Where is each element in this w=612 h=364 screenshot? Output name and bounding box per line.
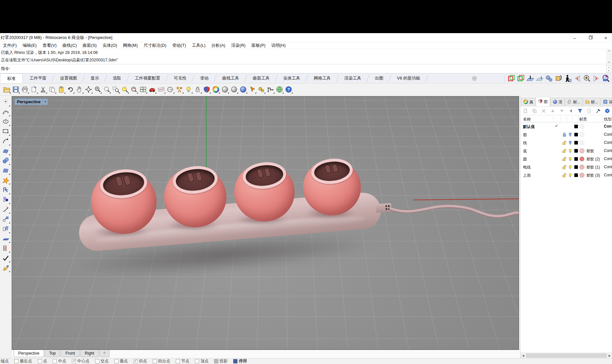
osnap-垂点[interactable]: 垂点	[114, 358, 128, 364]
panel-tab-材[interactable]: 材...	[565, 98, 582, 106]
scroll-up-icon[interactable]: ▲	[608, 49, 610, 52]
osnap-checkbox[interactable]	[38, 359, 42, 363]
spin-down-icon[interactable]: ▼	[606, 69, 611, 72]
material-color-circle[interactable]	[580, 124, 584, 129]
ribbon-tab-渲染工具[interactable]: 渲染工具	[338, 73, 368, 83]
flip-right-icon[interactable]	[592, 74, 601, 83]
menu-item-12[interactable]: 渲染(R)	[228, 43, 249, 48]
ribbon-tab-标准[interactable]: 标准	[0, 73, 23, 83]
sphere-grid-button[interactable]	[229, 85, 238, 94]
scrollbar-thumb[interactable]	[526, 354, 606, 358]
bulb-blue-icon[interactable]	[568, 140, 573, 145]
move-button[interactable]	[1, 214, 10, 224]
spin-up-icon[interactable]: ▲	[606, 66, 611, 69]
material-color-circle[interactable]	[580, 140, 584, 145]
print-button[interactable]	[20, 85, 29, 94]
osnap-顶点[interactable]: 顶点	[195, 358, 209, 364]
lock-open-icon[interactable]	[562, 140, 567, 145]
sphere-blue-button[interactable]	[238, 85, 248, 94]
viewport-canvas[interactable]: Perspective ▼	[12, 96, 519, 350]
viewport-tab-right[interactable]: Right	[80, 350, 99, 357]
lock-button[interactable]	[193, 85, 202, 94]
material-color-circle[interactable]	[580, 132, 584, 137]
osnap-停用[interactable]: 停用	[233, 358, 247, 364]
material-color-circle[interactable]	[580, 157, 584, 161]
menu-item-7[interactable]: 网格(M)	[120, 43, 141, 48]
pen-button[interactable]	[1, 263, 10, 272]
bulb-yellow-icon[interactable]	[568, 157, 573, 161]
lock-open-icon[interactable]	[562, 165, 567, 169]
command-history[interactable]: 已载入 Rhino 渲染，版本 1.50, Apr 28 2019, 16:14…	[0, 49, 606, 64]
osnap-端点[interactable]: 端点	[1, 358, 9, 364]
layer-color-swatch[interactable]	[574, 141, 578, 144]
osnap-点[interactable]: 点	[38, 358, 47, 364]
surface-button[interactable]	[1, 146, 10, 156]
layer-row-图[interactable]: 图Cont	[520, 131, 612, 139]
menu-item-3[interactable]: 查看(V)	[40, 43, 59, 48]
layer-color-swatch[interactable]	[574, 173, 578, 177]
options-gear-icon[interactable]	[470, 74, 479, 83]
mesh-button[interactable]	[1, 165, 10, 175]
viewport-tab-perspective[interactable]: Perspective	[14, 350, 44, 357]
open-folder-button[interactable]	[2, 85, 11, 94]
osnap-checkbox[interactable]	[176, 359, 180, 363]
spheres-button[interactable]	[1, 156, 10, 165]
lightbulb-button[interactable]	[184, 85, 193, 94]
extrude-button[interactable]	[1, 233, 10, 243]
paste-button[interactable]	[57, 85, 66, 94]
menu-item-2[interactable]: 编辑(E)	[20, 43, 40, 48]
panel-tab-属[interactable]: 属	[521, 98, 535, 106]
viewport-tab-top[interactable]: Top	[45, 350, 60, 357]
rotate-cube-red-icon[interactable]	[507, 74, 516, 83]
zoom-search-icon[interactable]	[601, 74, 610, 83]
move-left-icon[interactable]	[567, 107, 575, 114]
gears-blue-icon[interactable]	[545, 74, 554, 83]
viewport-tab-front[interactable]: Front	[61, 350, 79, 357]
ribbon-tab-工作平面[interactable]: 工作平面	[23, 73, 53, 83]
layer-row-电线[interactable]: 电线塑胶 (1)Cont	[520, 163, 612, 171]
sublayer-icon[interactable]	[585, 107, 593, 114]
ellipse-button[interactable]	[1, 117, 10, 126]
ribbon-tab-曲面工具[interactable]: 曲面工具	[246, 73, 276, 83]
minimize-icon[interactable]: –	[571, 34, 578, 41]
layer-color-swatch[interactable]	[574, 149, 578, 153]
osnap-checkbox[interactable]	[134, 359, 138, 363]
control-curve-button[interactable]	[1, 107, 10, 117]
shield-button[interactable]	[202, 85, 211, 94]
ribbon-tab-可见性[interactable]: 可见性	[167, 73, 193, 83]
zoom-window-button[interactable]	[111, 85, 120, 94]
explode-button[interactable]	[1, 175, 10, 185]
lock-open-icon[interactable]	[562, 157, 567, 161]
panel-hscrollbar[interactable]: ◀ ▶	[520, 353, 612, 358]
copy-rotate-button[interactable]	[1, 224, 10, 233]
osnap-中心点[interactable]: 中心点	[72, 358, 90, 364]
bulb-yellow-icon[interactable]	[568, 173, 573, 178]
lock-locked-icon[interactable]	[562, 132, 567, 137]
measure-button[interactable]	[157, 85, 166, 94]
command-prompt[interactable]: 指令: ▲ ▼	[0, 64, 612, 73]
point-button[interactable]	[1, 97, 10, 107]
history-path-button[interactable]	[266, 85, 275, 94]
restore-icon[interactable]	[587, 34, 594, 41]
panel-tab-图[interactable]: 图	[536, 97, 550, 106]
zoom-extents-button[interactable]	[102, 85, 111, 94]
scroll-right-icon[interactable]: ▶	[607, 353, 612, 358]
rectangle-button[interactable]	[1, 126, 10, 136]
filter-funnel-icon[interactable]	[576, 107, 584, 114]
check-button[interactable]	[1, 253, 10, 263]
ribbon-tab-曲线工具[interactable]: 曲线工具	[215, 73, 246, 83]
lock-open-icon[interactable]	[562, 173, 567, 178]
viewport-label-dropdown-icon[interactable]: ▼	[43, 99, 48, 105]
panel-tab-材[interactable]: 材...	[583, 98, 600, 106]
copy-button[interactable]	[47, 85, 57, 94]
rotate-cube-green-icon[interactable]	[516, 74, 525, 83]
cursor-cone-button[interactable]	[248, 85, 257, 94]
osnap-checkbox[interactable]	[214, 359, 218, 363]
osnap-checkbox[interactable]	[114, 359, 119, 363]
move-up-icon[interactable]	[549, 107, 556, 114]
cplane-back-icon[interactable]	[535, 74, 544, 83]
cut-button[interactable]	[38, 85, 47, 94]
circle-center-button[interactable]	[166, 85, 175, 94]
viewport-label[interactable]: Perspective ▼	[14, 98, 48, 105]
ribbon-tab-V6 的新功能[interactable]: V6 的新功能	[390, 73, 427, 83]
